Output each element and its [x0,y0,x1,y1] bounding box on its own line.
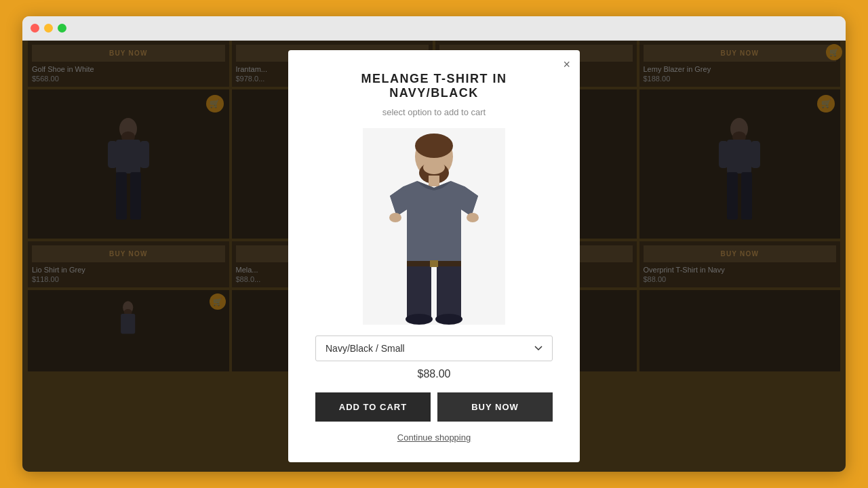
maximize-traffic-light[interactable] [58,24,66,33]
continue-shopping-button[interactable]: Continue shopping [315,432,553,443]
variant-select-wrapper: Navy/Black / Small Navy/Black / Medium N… [315,336,553,368]
modal-close-button[interactable]: × [563,58,570,70]
svg-rect-33 [437,261,461,319]
add-to-cart-button[interactable]: ADD TO CART [315,392,431,422]
browser-window: BUY NOW Golf Shoe in White $568.00 BUY N… [22,16,846,472]
modal-title: MELANGE T-SHIRT IN NAVY/BLACK [315,72,553,100]
svg-point-37 [435,314,462,325]
modal-action-buttons: ADD TO CART BUY NOW [315,392,553,422]
modal-product-image [363,128,505,325]
svg-point-30 [389,213,401,222]
modal-subtitle: select option to add to cart [315,107,553,117]
svg-point-28 [423,161,445,174]
svg-rect-35 [430,260,438,267]
modal-overlay: × MELANGE T-SHIRT IN NAVY/BLACK select o… [22,41,846,472]
modal-dialog: × MELANGE T-SHIRT IN NAVY/BLACK select o… [288,50,580,462]
svg-point-36 [406,314,433,325]
close-traffic-light[interactable] [31,24,39,33]
minimize-traffic-light[interactable] [44,24,53,33]
svg-rect-32 [407,261,431,319]
svg-point-26 [415,134,453,158]
variant-select[interactable]: Navy/Black / Small Navy/Black / Medium N… [315,336,553,361]
svg-rect-29 [429,176,439,186]
browser-titlebar [22,16,846,41]
page-content: BUY NOW Golf Shoe in White $568.00 BUY N… [22,41,846,472]
modal-price: $88.00 [315,368,553,380]
svg-point-31 [467,213,479,222]
buy-now-button[interactable]: BUY NOW [437,392,553,422]
modal-product-figure [363,128,505,325]
